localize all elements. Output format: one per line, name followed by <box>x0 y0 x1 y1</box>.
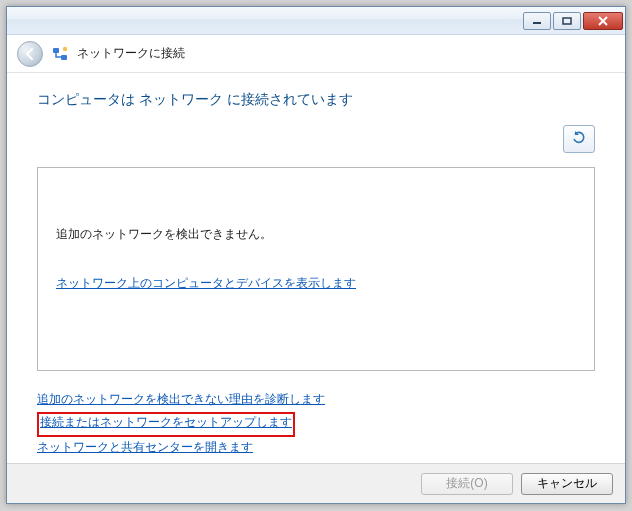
bottom-links: 追加のネットワークを検出できない理由を診断します 接続またはネットワークをセット… <box>37 391 595 460</box>
view-devices-link[interactable]: ネットワーク上のコンピュータとデバイスを表示します <box>56 275 356 292</box>
no-networks-message: 追加のネットワークを検出できません。 <box>56 226 576 243</box>
back-button[interactable] <box>17 41 43 67</box>
page-heading: コンピュータは ネットワーク に接続されています <box>37 91 595 109</box>
titlebar <box>7 7 625 35</box>
sharing-center-link[interactable]: ネットワークと共有センターを開きます <box>37 439 253 456</box>
networks-panel: 追加のネットワークを検出できません。 ネットワーク上のコンピュータとデバイスを表… <box>37 167 595 371</box>
minimize-button[interactable] <box>523 12 551 30</box>
connect-to-network-dialog: ネットワークに接続 コンピュータは ネットワーク に接続されています 追加のネッ… <box>6 6 626 504</box>
refresh-button[interactable] <box>563 125 595 153</box>
window-title: ネットワークに接続 <box>77 45 185 62</box>
refresh-icon <box>571 130 587 149</box>
content-area: コンピュータは ネットワーク に接続されています 追加のネットワークを検出できま… <box>7 73 625 471</box>
close-button[interactable] <box>583 12 623 30</box>
maximize-button[interactable] <box>553 12 581 30</box>
network-icon <box>51 45 69 63</box>
header-bar: ネットワークに接続 <box>7 35 625 73</box>
setup-connection-link[interactable]: 接続またはネットワークをセットアップします <box>40 414 292 431</box>
svg-point-6 <box>63 46 67 50</box>
diagnose-link[interactable]: 追加のネットワークを検出できない理由を診断します <box>37 391 325 408</box>
svg-rect-4 <box>53 48 59 53</box>
footer: 接続(O) キャンセル <box>7 463 625 503</box>
cancel-button[interactable]: キャンセル <box>521 473 613 495</box>
setup-link-highlight: 接続またはネットワークをセットアップします <box>37 412 295 437</box>
connect-button: 接続(O) <box>421 473 513 495</box>
svg-rect-1 <box>563 18 571 24</box>
svg-rect-5 <box>61 55 67 60</box>
